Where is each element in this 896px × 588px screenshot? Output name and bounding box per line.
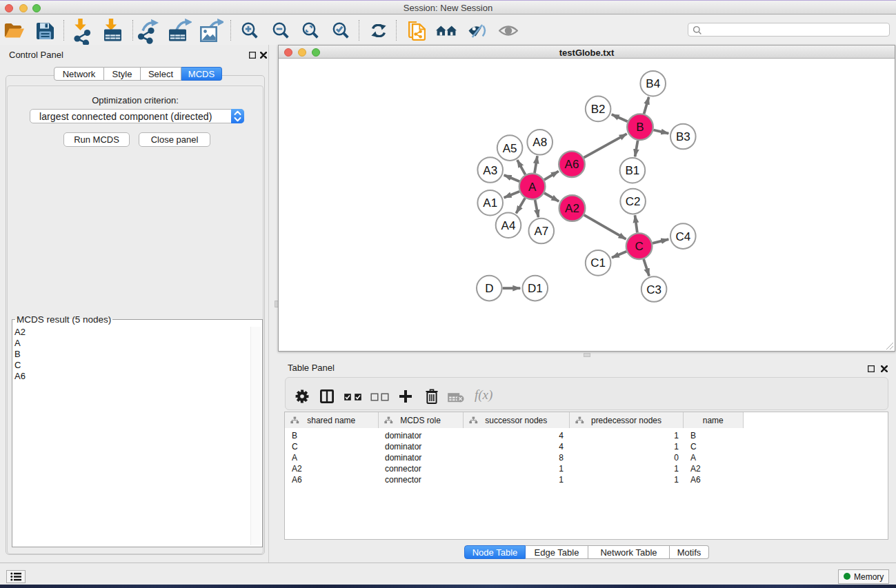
svg-text:A: A <box>528 181 537 194</box>
svg-text:C3: C3 <box>646 283 661 296</box>
svg-text:A1: A1 <box>483 196 497 210</box>
svg-text:B: B <box>636 121 644 134</box>
svg-text:C2: C2 <box>626 195 641 208</box>
svg-text:C4: C4 <box>675 230 690 243</box>
svg-text:C: C <box>635 240 643 253</box>
svg-text:B1: B1 <box>626 164 640 177</box>
svg-text:A5: A5 <box>503 142 517 155</box>
svg-text:B3: B3 <box>676 130 690 143</box>
svg-text:C1: C1 <box>590 256 606 270</box>
svg-text:A3: A3 <box>483 164 497 177</box>
svg-text:A8: A8 <box>532 136 547 149</box>
svg-text:A6: A6 <box>565 158 579 171</box>
svg-text:B2: B2 <box>591 103 606 116</box>
svg-text:B4: B4 <box>646 77 660 90</box>
svg-text:A7: A7 <box>534 225 548 238</box>
svg-text:D1: D1 <box>528 282 543 295</box>
svg-text:D: D <box>485 282 493 295</box>
svg-text:A4: A4 <box>501 219 516 232</box>
svg-text:A2: A2 <box>565 202 579 215</box>
